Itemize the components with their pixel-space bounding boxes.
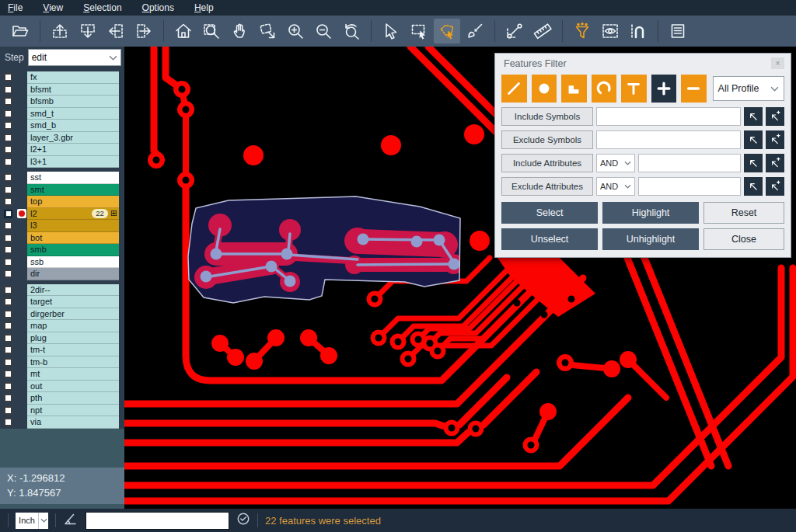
unselect-button[interactable]: Unselect — [501, 228, 598, 250]
layer-row-sst[interactable]: sst — [0, 172, 119, 184]
layer-row-bfsmb[interactable]: bfsmb — [0, 96, 119, 108]
layer-checkbox[interactable] — [4, 269, 12, 278]
layer-row-smt[interactable]: smt — [0, 184, 119, 196]
pan-down-button[interactable] — [75, 19, 101, 43]
view-options-button[interactable] — [597, 19, 623, 43]
layer-checkbox[interactable] — [4, 173, 12, 182]
pick-add-symbol-button[interactable] — [766, 130, 784, 149]
reset-button[interactable]: Reset — [703, 202, 784, 224]
measure-point-to-point-button[interactable] — [501, 19, 528, 43]
select-polygon-button[interactable] — [434, 19, 460, 43]
step-select[interactable]: edit — [28, 49, 121, 66]
refresh-status-icon[interactable] — [236, 512, 250, 529]
layer-row-fx[interactable]: fx — [0, 71, 119, 84]
pan-right-button[interactable] — [131, 19, 157, 43]
include-symbols-input[interactable] — [596, 107, 741, 126]
menu-file[interactable]: File — [8, 2, 23, 13]
arc-feature-button[interactable] — [592, 75, 617, 103]
layer-row-out[interactable]: out — [0, 381, 119, 393]
layer-row-layer3gbr[interactable]: layer_3.gbr — [0, 132, 119, 144]
layer-checkbox[interactable] — [4, 121, 12, 130]
pick-attribute-button[interactable] — [744, 154, 763, 172]
layer-row-npt[interactable]: npt — [0, 405, 119, 417]
select-pointer-button[interactable] — [378, 19, 404, 43]
pick-symbol-button[interactable] — [744, 107, 763, 126]
layer-checkbox-checked[interactable] — [4, 210, 12, 218]
negative-polarity-button[interactable] — [681, 75, 707, 103]
pick-attribute-button[interactable] — [744, 177, 763, 196]
dialog-close-button[interactable]: × — [771, 57, 784, 69]
include-attributes-input[interactable] — [638, 154, 741, 172]
exclude-attributes-logic-select[interactable]: AND — [596, 177, 635, 196]
angle-measure-icon[interactable] — [63, 511, 79, 530]
surface-feature-button[interactable] — [561, 75, 587, 103]
positive-polarity-button[interactable] — [651, 75, 677, 103]
layer-checkbox[interactable] — [4, 310, 12, 318]
layer-row-l2plus1[interactable]: l2+1 — [0, 144, 119, 156]
exclude-symbols-button[interactable]: Exclude Symbols — [501, 130, 593, 149]
layer-checkbox[interactable] — [4, 73, 12, 82]
exclude-symbols-input[interactable] — [596, 130, 741, 149]
layer-row-via[interactable]: via — [0, 416, 119, 429]
units-select[interactable]: Inch — [16, 513, 48, 529]
pan-left-button[interactable] — [103, 19, 129, 43]
pan-hand-button[interactable] — [226, 19, 253, 43]
line-feature-button[interactable] — [501, 75, 527, 103]
include-attributes-button[interactable]: Include Attributes — [501, 154, 593, 172]
layer-checkbox[interactable] — [4, 197, 12, 206]
pick-add-attribute-button[interactable] — [766, 154, 784, 172]
layer-checkbox[interactable] — [4, 97, 12, 106]
layer-checkbox[interactable] — [4, 322, 12, 330]
layer-row-bfsmt[interactable]: bfsmt — [0, 84, 119, 96]
pan-up-button[interactable] — [47, 19, 73, 43]
paint-brush-button[interactable] — [462, 19, 488, 43]
layer-checkbox[interactable] — [4, 145, 12, 154]
layer-checkbox[interactable] — [4, 297, 12, 306]
layer-checkbox[interactable] — [4, 286, 12, 294]
layer-row-l3plus1[interactable]: l3+1 — [0, 156, 119, 169]
layer-checkbox[interactable] — [4, 245, 12, 254]
zoom-area-button[interactable] — [254, 19, 281, 43]
features-filter-button[interactable] — [569, 19, 595, 43]
menu-selection[interactable]: Selection — [83, 2, 121, 13]
layer-row-ssb[interactable]: ssb — [0, 256, 119, 269]
layer-row-dirgerber[interactable]: dirgerber — [0, 308, 119, 321]
snap-magnet-button[interactable] — [625, 19, 651, 43]
unhighlight-button[interactable]: Unhighlight — [602, 228, 699, 250]
layer-checkbox[interactable] — [4, 334, 12, 342]
command-input[interactable] — [86, 512, 229, 530]
layer-row-tm-b[interactable]: tm-b — [0, 356, 119, 369]
home-view-button[interactable] — [170, 19, 197, 43]
exclude-attributes-button[interactable]: Exclude Attributes — [501, 177, 593, 196]
layer-row-mt[interactable]: mt — [0, 368, 119, 381]
layer-checkbox[interactable] — [4, 358, 12, 367]
report-button[interactable] — [665, 19, 691, 43]
pad-feature-button[interactable] — [532, 75, 557, 103]
layer-checkbox[interactable] — [4, 221, 12, 230]
pick-add-attribute-button[interactable] — [766, 177, 784, 196]
layer-checkbox[interactable] — [4, 85, 12, 94]
close-button[interactable]: Close — [703, 228, 784, 250]
zoom-window-button[interactable] — [198, 19, 225, 43]
layer-checkbox[interactable] — [4, 346, 12, 354]
layer-checkbox[interactable] — [4, 370, 12, 378]
include-attributes-logic-select[interactable]: AND — [596, 154, 635, 172]
layer-row-l3[interactable]: l3 — [0, 220, 119, 232]
layer-checkbox[interactable] — [4, 406, 12, 415]
layer-checkbox[interactable] — [4, 258, 12, 266]
select-button[interactable]: Select — [501, 202, 598, 224]
zoom-previous-button[interactable] — [338, 19, 365, 43]
ruler-button[interactable] — [529, 19, 556, 43]
layer-checkbox[interactable] — [4, 158, 12, 166]
include-symbols-button[interactable]: Include Symbols — [501, 107, 593, 126]
layer-checkbox[interactable] — [4, 186, 12, 194]
pick-symbol-button[interactable] — [744, 130, 763, 149]
layer-row-dir[interactable]: dir — [0, 268, 119, 280]
layer-row-plug[interactable]: plug — [0, 332, 119, 345]
layer-row-bot[interactable]: bot — [0, 232, 119, 245]
profile-select[interactable]: All Profile — [713, 76, 784, 101]
exclude-attributes-input[interactable] — [638, 177, 741, 196]
layer-checkbox[interactable] — [4, 418, 12, 426]
layer-row-smd_t[interactable]: smd_t — [0, 108, 119, 120]
select-rectangle-button[interactable] — [406, 19, 432, 43]
